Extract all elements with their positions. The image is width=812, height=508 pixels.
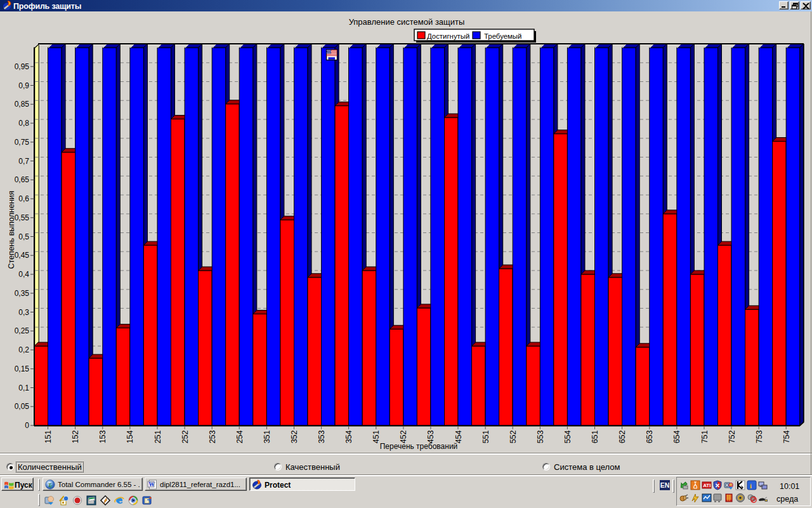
svg-text:0,2: 0,2: [18, 345, 29, 354]
svg-text:0,45: 0,45: [15, 251, 30, 260]
svg-text:152: 152: [71, 430, 80, 443]
svg-text:354: 354: [344, 430, 353, 443]
svg-text:251: 251: [154, 430, 162, 443]
svg-text:0: 0: [25, 421, 29, 430]
svg-text:0,7: 0,7: [18, 157, 29, 166]
svg-text:0,15: 0,15: [15, 364, 30, 373]
svg-text:Требуемый: Требуемый: [484, 32, 521, 40]
svg-text:553: 553: [536, 430, 545, 443]
svg-text:i: i: [750, 482, 752, 490]
svg-text:753: 753: [755, 430, 764, 443]
svg-text:Перечень требований: Перечень требований: [380, 442, 458, 451]
svg-text:654: 654: [672, 430, 681, 443]
svg-text:554: 554: [563, 430, 572, 443]
svg-text:253: 253: [208, 430, 217, 443]
svg-text:0,05: 0,05: [15, 402, 30, 411]
svg-text:151: 151: [44, 430, 53, 443]
svg-text:0,6: 0,6: [18, 194, 29, 203]
svg-text:Управление системой защиты: Управление системой защиты: [349, 17, 465, 27]
svg-text:752: 752: [728, 430, 737, 443]
svg-text:552: 552: [509, 430, 518, 443]
svg-text:0,4: 0,4: [18, 270, 29, 279]
svg-text:Степень выполнения: Степень выполнения: [7, 190, 16, 269]
svg-text:551: 551: [481, 430, 490, 443]
svg-text:0,9: 0,9: [18, 81, 29, 90]
svg-text:0,65: 0,65: [15, 175, 30, 184]
svg-text:0,75: 0,75: [15, 138, 30, 147]
svg-text:352: 352: [290, 430, 299, 443]
svg-text:254: 254: [235, 430, 244, 443]
svg-text:252: 252: [181, 430, 190, 443]
svg-text:353: 353: [317, 430, 326, 443]
svg-text:652: 652: [618, 430, 627, 443]
svg-text:751: 751: [700, 430, 709, 443]
svg-text:Достигнутый: Достигнутый: [427, 32, 469, 40]
svg-text:0,5: 0,5: [18, 232, 29, 241]
svg-text:0,25: 0,25: [15, 326, 30, 335]
svg-text:351: 351: [263, 430, 272, 443]
svg-text:153: 153: [98, 430, 107, 443]
svg-text:0,95: 0,95: [15, 62, 30, 71]
svg-text:754: 754: [782, 430, 791, 443]
svg-text:154: 154: [126, 430, 134, 443]
svg-text:651: 651: [591, 430, 599, 443]
svg-text:0,3: 0,3: [18, 308, 29, 317]
svg-text:ATI: ATI: [703, 483, 710, 488]
svg-text:653: 653: [645, 430, 654, 443]
svg-text:0,8: 0,8: [18, 119, 29, 128]
svg-text:c: c: [50, 483, 53, 489]
svg-text:0,35: 0,35: [15, 289, 30, 298]
svg-text:0,85: 0,85: [15, 100, 30, 109]
svg-text:0,55: 0,55: [15, 213, 30, 222]
svg-text:0,1: 0,1: [18, 384, 29, 392]
